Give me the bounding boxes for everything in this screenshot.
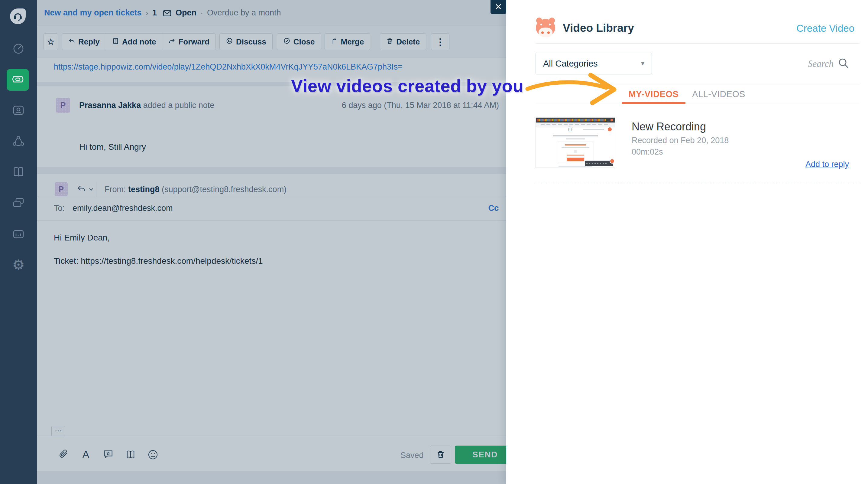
draft-saved-status: Saved [400,451,424,460]
star-icon: ☆ [47,37,54,47]
reply-button[interactable]: Reply [62,33,106,50]
from-label: From: [104,185,128,194]
panel-title: Video Library [563,22,634,34]
book-icon [11,165,25,179]
divider [96,181,96,197]
reply-arrow-icon [77,185,86,194]
cc-toggle[interactable]: Cc [488,204,499,213]
favorite-button[interactable]: ☆ [43,33,58,50]
reply-button-group: Reply Add note For [62,33,216,50]
category-filter-select[interactable]: All Categories ▾ [535,53,652,75]
sidebar-item-tickets[interactable] [7,69,29,91]
add-note-button[interactable]: Add note [106,33,163,50]
forward-button[interactable]: Forward [162,33,216,50]
merge-button[interactable]: Merge [324,33,371,50]
app-sidebar: ⚙ [0,0,37,484]
video-recorded-date: Recorded on Feb 20, 2018 [632,136,729,145]
show-quoted-text-button[interactable]: ⋯ [51,426,65,436]
trash-icon [436,450,445,460]
search-input[interactable] [779,58,834,69]
delete-label: Delete [396,37,420,47]
note-icon [112,37,119,47]
overdue-label: Overdue by a month [207,8,281,18]
note-author: Prasanna Jakka [79,101,141,110]
reply-body-line[interactable]: Ticket: https://testing8.freshdesk.com/h… [54,256,263,266]
reply-body-line[interactable]: Hi Emily Dean, [54,233,110,243]
video-duration: 00m:02s [632,147,663,157]
status-separator: · [200,8,203,18]
social-network-icon [11,134,25,148]
text-format-icon[interactable]: A [79,448,92,461]
dashed-divider [535,183,860,183]
close-icon [495,3,502,11]
divider [37,197,515,197]
sidebar-item-settings[interactable]: ⚙ [0,254,37,276]
ticket-toolbar: ☆ Reply Add [37,26,515,57]
sidebar-item-reports[interactable] [0,223,37,245]
video-library-panel: Video Library Create Video All Categorie… [506,0,868,484]
attachment-icon[interactable] [57,448,70,461]
discuss-button[interactable]: Discuss [219,33,273,50]
search-icon[interactable] [838,57,849,70]
envelope-icon [163,9,172,17]
close-label: Close [293,37,315,47]
search-box [779,57,849,70]
delete-button[interactable]: Delete [380,33,426,50]
bar-chart-icon [11,227,25,241]
dashboard-icon [11,42,25,56]
gear-icon: ⚙ [12,258,25,272]
reply-type-selector[interactable] [77,185,93,194]
reply-compose-card: P From: testing8 (support@testing8.fresh… [37,174,515,471]
from-name: testing8 [128,185,160,194]
reply-label: Reply [78,37,100,47]
note-body: Hi tom, Still Angry [79,142,146,152]
avatar: P [56,98,70,113]
sidebar-item-solutions[interactable] [0,161,37,183]
tab-all-videos[interactable]: ALL-VIDEOS [690,84,747,104]
note-card: P Prasanna Jakka added a public note 6 d… [37,86,515,167]
video-play-link[interactable]: https://stage.hippowiz.com/video/play/1Z… [54,62,403,72]
sidebar-item-social[interactable] [0,130,37,152]
ticket-detail: New and my open tickets › 1 Open · Overd… [37,0,515,484]
sidebar-item-contacts[interactable] [0,99,37,122]
merge-icon [331,37,338,47]
discard-draft-button[interactable] [430,446,451,464]
canned-response-icon[interactable] [101,448,115,461]
check-circle-icon [283,37,290,47]
merge-label: Merge [341,37,364,47]
breadcrumb-chevron: › [146,8,148,18]
add-note-label: Add note [122,37,156,47]
chat-bubbles-icon [11,196,25,210]
divider [37,220,515,221]
video-thumbnail[interactable] [535,117,615,168]
close-panel-button[interactable] [491,0,506,14]
discuss-icon [226,37,233,47]
freshdesk-logo[interactable] [10,8,26,24]
solutions-icon[interactable] [124,448,137,461]
create-video-link[interactable]: Create Video [796,23,855,34]
note-action: added a public note [141,101,214,110]
sidebar-item-dashboard[interactable] [0,37,37,60]
ticket-number: 1 [152,8,157,18]
breadcrumb[interactable]: New and my open tickets [44,8,142,18]
hippowiz-logo-icon [535,18,556,37]
status-badge: Open [176,8,196,18]
caret-down-icon: ▾ [641,60,644,67]
more-actions-button[interactable]: ⋮ [431,33,450,50]
tab-my-videos[interactable]: MY-VIDEOS [622,84,685,104]
avatar: P [55,182,68,196]
note-header: Prasanna Jakka added a public note [79,101,214,110]
ticket-header: New and my open tickets › 1 Open · Overd… [37,0,515,26]
chevron-down-icon [89,187,93,192]
close-ticket-button[interactable]: Close [277,33,321,50]
category-selected-value: All Categories [543,59,598,69]
divider [535,104,860,104]
annotation-text: View videos created by you [291,76,523,96]
to-recipient[interactable]: emily.dean@freshdesk.com [72,204,173,213]
kebab-menu-icon: ⋮ [436,37,445,47]
add-to-reply-link[interactable]: Add to reply [805,160,849,169]
hippowiz-video-icon[interactable] [146,448,160,461]
sidebar-item-forums[interactable] [0,192,37,214]
forward-label: Forward [178,37,210,47]
from-row: From: testing8 (support@testing8.freshde… [104,185,286,194]
